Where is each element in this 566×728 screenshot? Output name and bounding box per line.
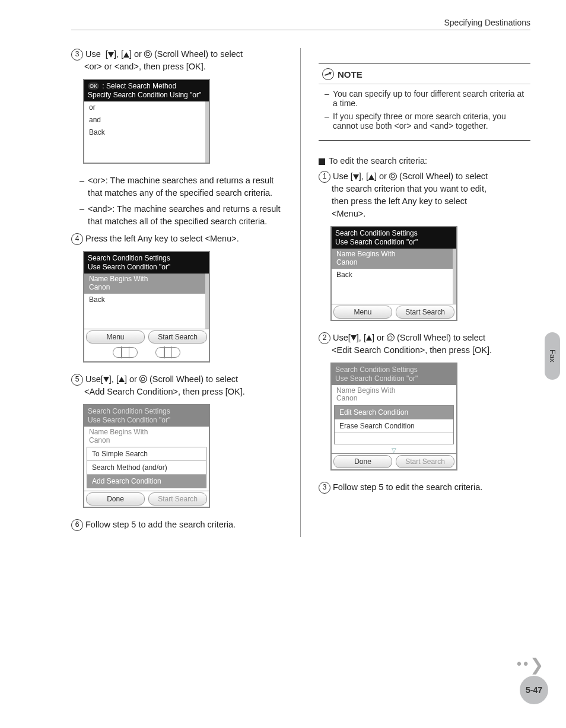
up-arrow-icon (368, 174, 374, 180)
step-6: 6 Follow step 5 to add the search criter… (71, 519, 288, 531)
step-number: 3 (319, 482, 330, 494)
device-footer: Done Start Search (84, 491, 209, 507)
device-option-and: and (84, 114, 205, 126)
device-button-menu: Menu (333, 306, 392, 319)
device-footer: Menu Start Search (332, 304, 456, 320)
right-step-3: 3 Follow step 5 to edit the search crite… (319, 481, 530, 494)
sub-heading: To edit the search criteria: (319, 156, 530, 166)
step-number: 1 (319, 171, 330, 183)
page: Specifying Destinations 3 Use [], [] or … (0, 0, 566, 728)
device-option-add: Add Search Condition (87, 475, 206, 488)
device-body: Name Begins With Canon Edit Search Condi… (332, 385, 456, 454)
step-number: 3 (71, 49, 83, 61)
up-arrow-icon (123, 52, 129, 58)
up-arrow-icon (366, 335, 372, 341)
continue-arrow-icon: • • ❯ (517, 655, 542, 675)
step-text-cont: <or> or <and>, then press [OK]. (71, 61, 288, 73)
device-footer: Done Start Search (332, 453, 456, 469)
page-number: 5-47 (520, 676, 548, 704)
step-number: 5 (71, 374, 83, 386)
device-row-namebegins: Name Begins With Canon (332, 249, 453, 269)
step-number: 4 (71, 233, 83, 245)
note-box: NOTE – You can specify up to four differ… (319, 63, 530, 141)
device-body: Name Begins With Canon To Simple Search … (84, 427, 209, 489)
device-screenshot-select-method: OK : Select Search Method Specify Search… (83, 79, 210, 164)
device-option-method: Search Method (and/or) (87, 461, 206, 475)
any-key-left-icon (113, 347, 138, 358)
step-text: Use[], [] or (Scroll Wheel) to select (333, 332, 530, 344)
device-screenshot-edit-menu: Search Condition Settings Use Search Con… (330, 226, 457, 321)
device-row-back: Back (332, 269, 453, 281)
device-button-start-search: Start Search (396, 455, 454, 468)
note-body: – You can specify up to four different s… (319, 84, 530, 140)
device-option-edit: Edit Search Condition (335, 406, 453, 419)
scroll-wheel-icon (144, 50, 152, 58)
device-dropdown: To Simple Search Search Method (and/or) … (87, 447, 206, 488)
ok-badge-icon: OK (88, 82, 99, 90)
explanation-list: – <or>: The machine searches and returns… (71, 174, 288, 228)
device-phys-keys (84, 345, 209, 361)
device-option-back: Back (84, 126, 205, 139)
explanation-or: – <or>: The machine searches and returns… (80, 174, 288, 199)
device-button-start-search: Start Search (396, 306, 454, 319)
explanation-and: – <and>: The machine searches and return… (80, 203, 288, 228)
device-screenshot-editcondition: Search Condition Settings Use Search Con… (330, 363, 457, 471)
step-5: 5 Use[], [] or (Scroll Wheel) to select … (71, 373, 288, 398)
side-tab: Fax (545, 332, 560, 380)
left-column: 3 Use [], [] or (Scroll Wheel) to select… (71, 48, 301, 537)
step-text-cont: <Add Search Condition>, then press [OK]. (71, 386, 288, 398)
up-arrow-icon (119, 377, 125, 382)
scroll-wheel-icon (139, 375, 147, 383)
square-bullet-icon (319, 158, 325, 165)
device-button-start-search: Start Search (148, 492, 207, 506)
step-text-cont: then press the left Any key to select (319, 195, 530, 208)
device-button-done: Done (333, 455, 392, 468)
device-dropdown: Edit Search Condition Erase Search Condi… (334, 405, 454, 444)
note-item-2: – If you specify three or more search cr… (325, 112, 524, 131)
device-option-erase: Erase Search Condition (335, 419, 453, 433)
device-row-namebegins: Name Begins With Canon (84, 427, 209, 447)
device-body: Name Begins With Canon Back (332, 249, 456, 304)
scroll-wheel-icon (387, 333, 395, 341)
right-step-1: 1 Use [], [] or (Scroll Wheel) to select… (319, 170, 530, 220)
step-4: 4 Press the left Any key to select <Menu… (71, 233, 288, 245)
device-option-simple: To Simple Search (87, 447, 206, 461)
any-key-right-icon (155, 347, 180, 358)
device-footer: Menu Start Search (84, 329, 209, 345)
down-arrow-icon (351, 335, 357, 341)
device-button-done: Done (86, 492, 145, 506)
step-text-cont: <Edit Search Condition>, then press [OK]… (319, 344, 530, 357)
device-screenshot-addcondition: Search Condition Settings Use Search Con… (83, 404, 210, 508)
down-arrow-icon (353, 174, 359, 180)
step-text: Use [], [] or (Scroll Wheel) to select (85, 48, 288, 61)
down-arrow-icon (103, 377, 109, 382)
columns: 3 Use [], [] or (Scroll Wheel) to select… (71, 48, 530, 537)
step-text: Use [], [] or (Scroll Wheel) to select (333, 170, 530, 183)
scroll-wheel-icon (389, 173, 397, 180)
step-number: 2 (319, 332, 330, 344)
step-3: 3 Use [], [] or (Scroll Wheel) to select… (71, 48, 288, 73)
device-row-namebegins: Name Begins With Canon (84, 274, 205, 294)
device-header: Search Condition Settings Use Search Con… (84, 405, 209, 427)
device-button-menu: Menu (86, 330, 145, 344)
device-header: Search Condition Settings Use Search Con… (332, 364, 456, 385)
step-text: Follow step 5 to add the search criteria… (85, 519, 288, 531)
device-screenshot-menu: Search Condition Settings Use Search Con… (83, 251, 210, 363)
page-header: Specifying Destinations (71, 18, 530, 30)
device-option-or: or (84, 101, 205, 114)
step-text: Use[], [] or (Scroll Wheel) to select (85, 373, 288, 386)
step-text-cont: the search criterion that you want to ed… (319, 183, 530, 195)
right-step-2: 2 Use[], [] or (Scroll Wheel) to select … (319, 332, 530, 357)
step-text: Follow step 5 to edit the search criteri… (333, 481, 530, 494)
note-pencil-icon (322, 68, 334, 80)
device-row-back: Back (84, 294, 205, 306)
device-header: Search Condition Settings Use Search Con… (84, 252, 209, 274)
device-header: OK : Select Search Method Specify Search… (84, 80, 209, 101)
device-body: or and Back (84, 101, 209, 163)
step-number: 6 (71, 519, 83, 531)
note-item-1: – You can specify up to four different s… (325, 89, 524, 108)
device-body: Name Begins With Canon Back (84, 274, 209, 329)
device-row-namebegins: Name Begins With Canon (332, 385, 456, 405)
device-button-start-search: Start Search (148, 330, 207, 344)
device-header: Search Condition Settings Use Search Con… (332, 227, 456, 249)
